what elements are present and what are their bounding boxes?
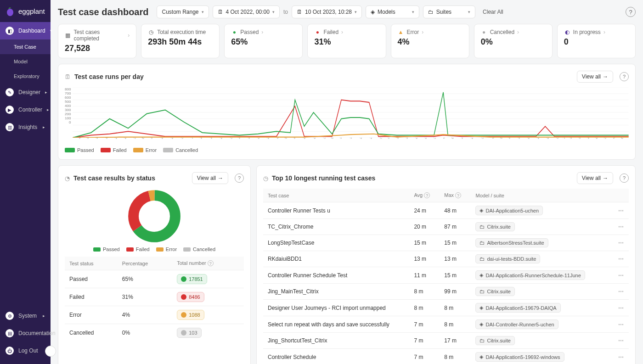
table-row: Controller Schedule7 m8 m◈DAI-Applicatio… (263, 349, 629, 364)
nav-documentation[interactable]: ▤ Documentation (0, 325, 51, 342)
nav-sub-test-case[interactable]: Test Case (0, 39, 51, 54)
folder-icon: 🗀 (428, 9, 434, 15)
more-button[interactable]: ⋯ (614, 267, 629, 284)
nav-system[interactable]: ⚙ System ▸ (0, 307, 51, 325)
table-row: Error4%1088 (65, 306, 244, 324)
chevron-left-icon: ‹ (50, 348, 51, 355)
chevron-right-icon: › (261, 29, 263, 35)
calendar-icon: 🗓 (65, 73, 71, 80)
chevron-down-icon: ▾ (202, 10, 204, 14)
view-all-button[interactable]: View all→ (192, 172, 228, 184)
nav-designer[interactable]: ✎ Designer ▸ (0, 84, 51, 101)
chevron-down-icon: ▾ (468, 10, 470, 14)
runs-legend: Passed Failed Error Cancelled (65, 147, 629, 153)
kpi-completed[interactable]: ▦Test cases completed› 27,528 (58, 24, 136, 58)
donut-chart (127, 189, 182, 244)
nav-logout[interactable]: ⏻ Log Out (0, 342, 51, 359)
table-row: TC_Citrix_Chrome20 m87 m🗀Citrix.suite⋯ (263, 219, 629, 235)
help-button[interactable]: ? (620, 174, 629, 183)
help-button[interactable]: ? (626, 7, 636, 17)
dashboard-icon: ◧ (6, 27, 14, 35)
view-all-button[interactable]: View all→ (577, 172, 613, 184)
table-row: Designer User Journeys - RCI import unma… (263, 300, 629, 316)
donut-legend: Passed Failed Error Cancelled (65, 246, 244, 252)
view-all-button[interactable]: View all→ (577, 71, 613, 83)
clear-all-button[interactable]: Clear All (483, 9, 503, 15)
more-button[interactable]: ⋯ (614, 316, 629, 333)
chevron-right-icon: ▸ (43, 314, 45, 318)
chevron-right-icon: › (422, 29, 423, 35)
arrow-right-icon: → (603, 73, 608, 80)
calendar-icon: 🗓 (297, 9, 302, 15)
help-icon[interactable]: ? (208, 260, 214, 266)
model-icon: ◈ (479, 354, 483, 360)
chevron-right-icon: ▸ (43, 125, 45, 129)
chevron-right-icon: › (128, 32, 130, 39)
chevron-down-icon: ▾ (272, 10, 275, 14)
more-button[interactable]: ⋯ (614, 349, 629, 364)
more-button[interactable]: ⋯ (614, 219, 629, 235)
arrow-right-icon: → (218, 175, 223, 181)
range-selector[interactable]: Custom Range▾ (157, 6, 209, 18)
kpi-cancelled[interactable]: ●Cancelled› 0% (474, 24, 553, 58)
more-button[interactable]: ⋯ (614, 202, 629, 219)
collapse-sidebar-button[interactable]: ‹ (45, 346, 56, 357)
insights-icon: ▥ (6, 123, 14, 131)
more-button[interactable]: ⋯ (614, 333, 629, 349)
suites-filter[interactable]: 🗀 Suites ▾ (423, 6, 475, 18)
models-filter[interactable]: ◈ Models ▾ (366, 6, 419, 18)
help-icon[interactable]: ? (455, 192, 461, 198)
more-button[interactable]: ⋯ (614, 284, 629, 300)
more-button[interactable]: ⋯ (614, 235, 629, 251)
nav-dashboard[interactable]: ◧ Dashboard ▾ (0, 22, 51, 39)
logout-icon: ⏻ (6, 347, 14, 355)
help-button[interactable]: ? (620, 72, 629, 81)
nav-sub-model[interactable]: Model (0, 54, 51, 69)
arrow-right-icon: → (603, 175, 608, 181)
x-circle-icon: ● (314, 29, 321, 35)
model-icon: ◈ (479, 305, 483, 311)
doc-icon: ▤ (6, 329, 14, 337)
progress-icon: ◐ (564, 29, 570, 35)
kpi-passed[interactable]: ●Passed› 65% (224, 24, 303, 58)
help-button[interactable]: ? (235, 174, 244, 183)
chevron-right-icon: › (604, 29, 605, 35)
nav-insights[interactable]: ▥ Insights ▸ (0, 118, 51, 136)
folder-icon: 🗀 (479, 240, 485, 246)
chevron-down-icon: ▾ (412, 10, 414, 14)
kpi-progress[interactable]: ◐In progress› 0 (557, 24, 636, 58)
table-row: Jing_MainTest_Citrix8 m99 m🗀Citrix.suite… (263, 284, 629, 300)
runs-chart (73, 87, 629, 138)
nav-controller[interactable]: ▶ Controller ▸ (0, 101, 51, 118)
table-row: Cancelled0%103 (65, 324, 244, 342)
status-table: Test status Percentage Total number? Pas… (65, 257, 244, 342)
designer-icon: ✎ (6, 88, 14, 96)
chart-y-axis: 8007006005004003002001000 (65, 87, 71, 124)
brand-logo: eggplant (0, 0, 51, 22)
more-button[interactable]: ⋯ (614, 251, 629, 267)
help-icon[interactable]: ? (424, 192, 430, 198)
chevron-right-icon: ▸ (47, 107, 49, 112)
brand-name: eggplant (18, 7, 45, 15)
folder-icon: 🗀 (479, 224, 485, 230)
main-content: Test case dashboard Custom Range▾ 🗓 4 Oc… (51, 0, 643, 364)
model-icon: ◈ (371, 9, 375, 15)
nav-sub-exploratory[interactable]: Exploratory (0, 69, 51, 84)
pie-icon: ◔ (65, 175, 70, 182)
longest-table: Test case Avg? Max? Model / suite Contro… (263, 189, 629, 364)
table-row: RKdaiuiBDD113 m13 m🗀dai-ui-tests-BDD.sui… (263, 251, 629, 267)
kpi-error[interactable]: ▲Error› 4% (391, 24, 469, 58)
date-from-picker[interactable]: 🗓 4 Oct 2022, 00:00 ▾ (213, 6, 280, 18)
clock-icon: ◷ (148, 29, 154, 35)
kpi-time: ◷Total execution time 293h 50m 44s (141, 24, 220, 58)
kpi-failed[interactable]: ●Failed› 31% (307, 24, 386, 58)
folder-icon: 🗀 (479, 338, 485, 343)
svg-point-0 (7, 9, 13, 16)
chevron-down-icon: ▾ (50, 28, 52, 33)
date-to-picker[interactable]: 🗓 10 Oct 2023, 10:28 ▾ (292, 6, 362, 18)
more-button[interactable]: ⋯ (614, 300, 629, 316)
date-to-label: to (283, 9, 288, 15)
check-circle-icon: ● (231, 29, 237, 35)
clipboard-icon: ▦ (65, 32, 71, 39)
calendar-icon: 🗓 (218, 9, 223, 15)
